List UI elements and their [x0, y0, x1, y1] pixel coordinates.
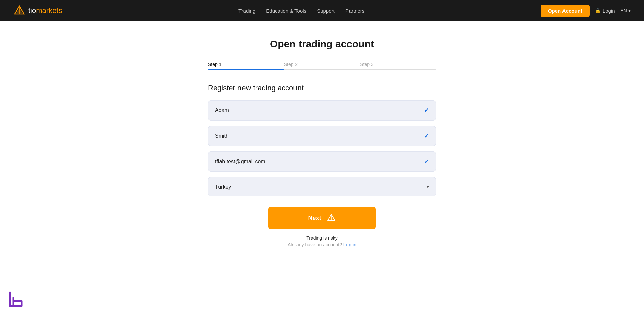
- step-3-bar: [360, 69, 436, 70]
- step-2-bar: [284, 69, 360, 70]
- nav-trading[interactable]: Trading: [238, 8, 255, 14]
- log-in-link[interactable]: Log in: [343, 242, 356, 247]
- trading-risky-text: Trading is risky: [208, 235, 436, 241]
- header-actions: Open Account 🔒 Login EN ▾: [541, 5, 631, 17]
- first-name-field: ✓: [208, 100, 436, 121]
- already-text: Already have an account?: [288, 242, 342, 247]
- step-2-label: Step 2: [284, 62, 298, 67]
- main-nav: Trading Education & Tools Support Partne…: [238, 8, 364, 14]
- nav-partners[interactable]: Partners: [345, 8, 365, 14]
- login-link[interactable]: 🔒 Login: [595, 8, 615, 14]
- step-1: Step 1: [208, 62, 284, 70]
- select-divider: [424, 183, 424, 190]
- next-button-label: Next: [308, 215, 321, 222]
- nav-support[interactable]: Support: [317, 8, 335, 14]
- tio-logo-icon: [13, 5, 25, 17]
- logo-text: tiomarkets: [28, 6, 62, 15]
- last-name-check-icon: ✓: [424, 132, 429, 140]
- main-content: Open trading account Step 1 Step 2 Step …: [0, 0, 644, 316]
- email-field: ✓: [208, 151, 436, 172]
- lock-icon: 🔒: [595, 8, 601, 13]
- country-field: Turkey United States United Kingdom Germ…: [208, 177, 436, 196]
- form-container: Open trading account Step 1 Step 2 Step …: [208, 21, 436, 268]
- header: tiomarkets Trading Education & Tools Sup…: [0, 0, 644, 21]
- nav-education[interactable]: Education & Tools: [266, 8, 306, 14]
- lang-label: EN: [621, 8, 627, 13]
- lang-chevron-icon: ▾: [628, 8, 631, 13]
- section-title: Register new trading account: [208, 84, 436, 92]
- step-3: Step 3: [360, 62, 436, 70]
- step-2: Step 2: [284, 62, 360, 70]
- last-name-field: ✓: [208, 126, 436, 146]
- footer-text: Trading is risky Already have an account…: [208, 235, 436, 247]
- logo-area: tiomarkets: [13, 5, 62, 17]
- country-select[interactable]: Turkey United States United Kingdom Germ…: [215, 184, 424, 190]
- next-button-container: Next: [208, 207, 436, 229]
- first-name-check-icon: ✓: [424, 107, 429, 114]
- open-account-button[interactable]: Open Account: [541, 5, 590, 17]
- first-name-input[interactable]: [215, 107, 424, 114]
- step-3-label: Step 3: [360, 62, 373, 67]
- next-button-logo-icon: [327, 213, 336, 223]
- email-check-icon: ✓: [424, 158, 429, 165]
- language-selector[interactable]: EN ▾: [621, 8, 631, 13]
- email-input[interactable]: [215, 159, 424, 165]
- country-chevron-icon: ▾: [427, 184, 429, 189]
- next-button[interactable]: Next: [268, 207, 376, 229]
- last-name-input[interactable]: [215, 133, 424, 139]
- page-title: Open trading account: [208, 38, 436, 50]
- login-label: Login: [603, 8, 615, 14]
- step-1-label: Step 1: [208, 62, 221, 67]
- bottom-left-logo: [7, 289, 27, 309]
- step-1-bar: [208, 69, 284, 70]
- already-account-text: Already have an account? Log in: [208, 242, 436, 247]
- steps-indicator: Step 1 Step 2 Step 3: [208, 62, 436, 70]
